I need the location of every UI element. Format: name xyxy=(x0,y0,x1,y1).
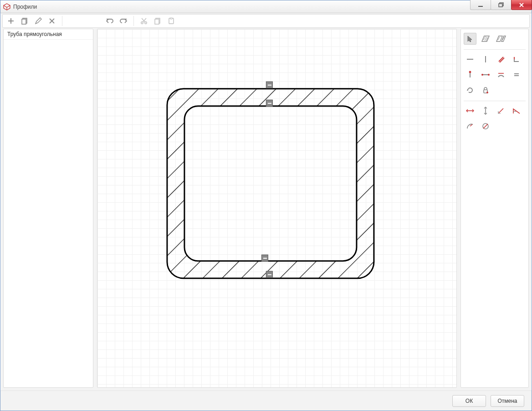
corner-tool[interactable] xyxy=(510,53,523,65)
svg-rect-4 xyxy=(499,4,502,7)
window-controls xyxy=(470,0,532,13)
ok-button[interactable]: ОК xyxy=(452,395,486,407)
titlebar[interactable]: Профили xyxy=(0,0,532,13)
equal-tool[interactable] xyxy=(510,69,523,81)
line-vertical-tool[interactable] xyxy=(479,53,492,65)
drawing-canvas[interactable] xyxy=(97,29,456,387)
svg-rect-20 xyxy=(170,18,172,19)
paste-button[interactable] xyxy=(165,15,178,27)
sidebar-item-profile[interactable]: Труба прямоугольная xyxy=(4,29,93,40)
handle-inner-top[interactable] xyxy=(266,100,273,107)
ok-label: ОК xyxy=(466,398,473,404)
svg-rect-18 xyxy=(155,19,159,24)
handle-outer-bottom[interactable] xyxy=(266,271,273,278)
tool-panel xyxy=(460,29,529,388)
maximize-button[interactable] xyxy=(491,0,512,10)
svg-point-47 xyxy=(486,92,488,93)
dialog-buttons: ОК Отмена xyxy=(0,390,532,411)
svg-rect-10 xyxy=(22,19,26,24)
cancel-button[interactable]: Отмена xyxy=(491,395,524,407)
cancel-label: Отмена xyxy=(497,398,517,404)
radius-tool[interactable] xyxy=(464,120,476,132)
app-icon xyxy=(3,3,10,10)
svg-line-50 xyxy=(499,108,503,113)
profile-shape[interactable] xyxy=(164,85,378,287)
select-tool[interactable] xyxy=(464,33,476,45)
sidebar-item-label: Труба прямоугольная xyxy=(7,31,62,37)
handle-outer-top[interactable] xyxy=(266,82,273,88)
svg-line-53 xyxy=(483,124,488,128)
delete-button[interactable] xyxy=(46,15,58,27)
toolbar-separator xyxy=(62,16,62,26)
svg-point-42 xyxy=(488,74,490,76)
svg-line-51 xyxy=(470,124,472,126)
profile-list[interactable]: Труба прямоугольная xyxy=(3,29,93,388)
toolbar xyxy=(2,14,530,28)
hatch-inner-tool[interactable] xyxy=(495,33,507,45)
duplicate-button[interactable] xyxy=(18,15,31,27)
lock-tool[interactable] xyxy=(479,84,492,96)
svg-rect-25 xyxy=(164,85,378,286)
close-button[interactable] xyxy=(511,0,532,10)
copy-button[interactable] xyxy=(151,15,164,27)
diameter-tool[interactable] xyxy=(479,120,492,132)
line-horizontal-tool[interactable] xyxy=(464,53,476,65)
svg-rect-2 xyxy=(478,6,483,7)
window: Профили xyxy=(0,0,532,411)
sync-tool[interactable] xyxy=(464,84,476,96)
redo-button[interactable] xyxy=(117,15,130,27)
line-diagonal-tool[interactable] xyxy=(495,53,507,65)
segment-point-tool[interactable] xyxy=(479,69,492,81)
handle-inner-bottom[interactable] xyxy=(261,255,268,262)
dim-horizontal-tool[interactable] xyxy=(464,105,476,117)
svg-point-41 xyxy=(481,74,483,76)
edit-button[interactable] xyxy=(32,15,45,27)
svg-point-39 xyxy=(469,71,471,73)
window-title: Профили xyxy=(13,4,470,10)
cut-button[interactable] xyxy=(138,15,150,27)
main-area: Труба прямоугольная xyxy=(0,29,532,390)
dim-aligned-tool[interactable] xyxy=(495,105,507,117)
minimize-button[interactable] xyxy=(470,0,491,10)
point-tool[interactable] xyxy=(464,69,476,81)
dim-vertical-tool[interactable] xyxy=(479,105,492,117)
undo-button[interactable] xyxy=(103,15,116,27)
add-button[interactable] xyxy=(5,15,17,27)
canvas-container xyxy=(97,29,457,388)
dim-angle-tool[interactable] xyxy=(510,105,523,117)
arc-tool[interactable] xyxy=(495,69,507,81)
toolbar-separator xyxy=(133,16,134,26)
hatch-outer-tool[interactable] xyxy=(479,33,492,45)
